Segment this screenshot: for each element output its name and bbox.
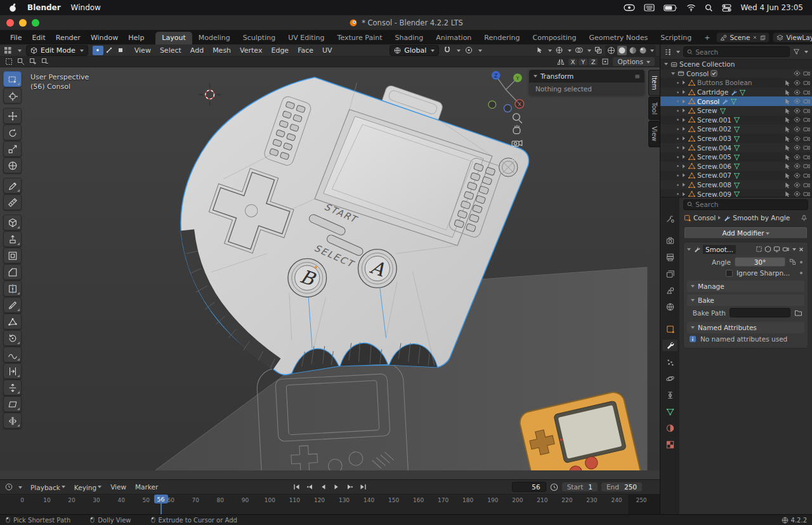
menu-file[interactable]: File (5, 32, 27, 43)
viewport-menu-face[interactable]: Face (294, 46, 317, 55)
tool-inset-faces[interactable] (3, 248, 22, 263)
viewport-menu-vertex[interactable]: Vertex (236, 46, 266, 55)
outliner-search-input[interactable] (695, 48, 786, 56)
add-modifier-button[interactable]: Add Modifier (684, 227, 807, 239)
eye-icon[interactable] (794, 154, 801, 161)
properties-tab-physics[interactable] (662, 373, 678, 384)
tool-scale[interactable] (3, 141, 22, 157)
properties-tab-tool[interactable] (662, 213, 678, 224)
show-overlays-icon[interactable] (575, 46, 583, 54)
tool-shrink-fatten[interactable] (3, 380, 22, 395)
tool-smooth[interactable] (3, 347, 22, 362)
unlink-scene-icon[interactable] (752, 35, 757, 40)
tool-move[interactable] (3, 108, 22, 124)
outliner-row-consol[interactable]: Consol (660, 69, 812, 79)
expand-arrow-icon[interactable] (681, 183, 686, 187)
realtime-toggle-icon[interactable] (773, 246, 780, 253)
cursor-icon[interactable] (784, 172, 791, 179)
cursor-icon[interactable] (784, 144, 791, 151)
angle-value-slider[interactable]: 30° (735, 257, 785, 267)
expand-arrow-icon[interactable] (681, 155, 686, 159)
minimize-window-button[interactable] (19, 19, 27, 27)
mirror-axis-z[interactable]: Z (589, 58, 598, 65)
sidebar-tab-item[interactable]: Item (648, 70, 660, 96)
bake-path-field[interactable] (730, 308, 790, 317)
modifier-panel-header[interactable]: Smoot... (684, 243, 808, 256)
tool-poly-build[interactable] (3, 314, 22, 329)
outliner-row-screw-003[interactable]: Screw.003 (660, 134, 812, 143)
meshdata-icon[interactable] (733, 190, 740, 197)
cursor-icon[interactable] (784, 154, 791, 161)
cursor-icon[interactable] (784, 98, 791, 105)
properties-tab-view-layer[interactable] (662, 268, 678, 279)
control-center-icon[interactable] (722, 4, 731, 12)
camera-icon[interactable] (803, 107, 810, 114)
meshdata-icon[interactable] (730, 98, 737, 105)
workspace-tab-scripting[interactable]: Scripting (654, 32, 698, 44)
camera-icon[interactable] (803, 89, 810, 96)
properties-tab-output[interactable] (662, 251, 678, 263)
cursor-icon[interactable] (784, 190, 791, 197)
on-cage-toggle-icon[interactable] (756, 246, 763, 253)
workspace-tab-uv-editing[interactable]: UV Editing (282, 32, 331, 44)
camera-icon[interactable] (803, 154, 810, 161)
meshdata-icon[interactable] (733, 135, 740, 142)
edit-mode-toggle-icon[interactable] (764, 246, 771, 253)
viewport-menu-add[interactable]: Add (187, 46, 207, 55)
start-frame-field[interactable]: Start1 (562, 482, 598, 491)
tool-loop-cut[interactable] (3, 281, 22, 296)
expand-collapse-icon[interactable] (663, 63, 669, 65)
editor-type-icon[interactable] (4, 46, 12, 55)
render-toggle-icon[interactable] (782, 246, 789, 253)
screen-mirroring-icon[interactable] (624, 4, 635, 11)
play-button[interactable] (331, 482, 343, 492)
wrench-icon[interactable] (721, 98, 728, 105)
eye-icon[interactable] (794, 70, 801, 77)
wrench-icon[interactable] (730, 89, 737, 96)
camera-icon[interactable] (803, 182, 810, 189)
search-icon[interactable] (705, 4, 713, 12)
input-attribute-icon[interactable] (789, 258, 796, 265)
properties-search-input[interactable] (695, 201, 804, 208)
timeline-ruler[interactable]: 56 0102030405060708090100110120130140150… (0, 494, 660, 514)
camera-icon[interactable] (803, 163, 810, 169)
outliner-row-buttons-boolean[interactable]: Buttons Boolean (660, 78, 812, 88)
wireframe-shading-icon[interactable] (607, 46, 615, 55)
solid-shading-active[interactable] (617, 46, 627, 55)
tool-measure[interactable] (3, 194, 22, 210)
outliner-row-screw-009[interactable]: Screw.009 (660, 189, 812, 197)
eye-icon[interactable] (794, 172, 801, 179)
meshdata-icon[interactable] (733, 126, 740, 133)
properties-tab-object[interactable] (662, 323, 678, 335)
cursor-icon[interactable] (784, 89, 791, 96)
meshdata-icon[interactable] (733, 182, 740, 189)
cursor-icon[interactable] (784, 107, 791, 114)
tool-fallback-icon[interactable] (5, 58, 13, 65)
workspace-tab-compositing[interactable]: Compositing (527, 32, 583, 44)
view-layer-selector[interactable]: ViewLayer (773, 32, 812, 43)
workspace-tab-geometry-nodes[interactable]: Geometry Nodes (582, 32, 654, 44)
expand-arrow-icon[interactable] (681, 173, 686, 177)
properties-tab-scene[interactable] (662, 284, 678, 296)
workspace-tab-animation[interactable]: Animation (429, 32, 478, 44)
tool-add-cube[interactable] (3, 215, 22, 230)
properties-tab-world[interactable] (662, 301, 678, 312)
breadcrumb-object[interactable]: Consol (693, 214, 716, 222)
eye-icon[interactable] (794, 98, 801, 105)
camera-icon[interactable] (803, 116, 810, 123)
camera-icon[interactable] (803, 190, 810, 197)
timeline-menu-keying[interactable]: Keying (70, 482, 105, 492)
material-shading-icon[interactable] (629, 46, 637, 55)
add-workspace-button[interactable]: + (698, 32, 716, 44)
properties-tab-material[interactable] (662, 422, 678, 434)
network-icon[interactable] (782, 517, 789, 524)
expand-arrow-icon[interactable] (681, 109, 686, 112)
scene-selector[interactable]: Scene (716, 32, 769, 43)
bake-section-header[interactable]: Bake (687, 295, 804, 306)
properties-tab-particles[interactable] (662, 356, 678, 368)
select-subtract-icon[interactable] (41, 58, 49, 65)
meshdata-icon[interactable] (733, 154, 740, 161)
tool-edge-slide[interactable] (3, 363, 22, 379)
transform-orientation-dropdown[interactable]: Global (390, 45, 439, 56)
outliner-row-screw-004[interactable]: Screw.004 (660, 143, 812, 152)
